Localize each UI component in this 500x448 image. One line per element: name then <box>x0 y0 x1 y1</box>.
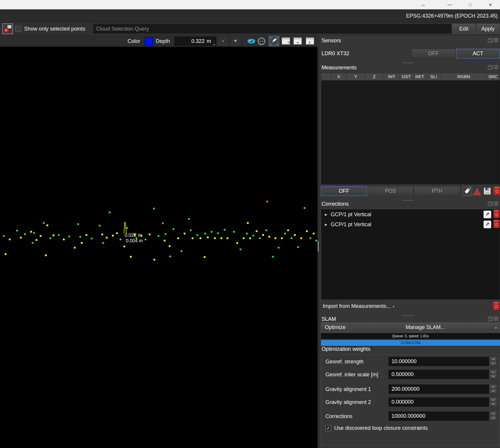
panel-close-icon[interactable] <box>494 202 498 205</box>
cloud-point <box>149 234 150 235</box>
spin-down-button[interactable]: ▼ <box>490 361 497 366</box>
mode-off-toggle[interactable]: OFF <box>321 186 367 196</box>
globe-icon[interactable] <box>257 37 265 46</box>
spinner: ▲▼ <box>490 357 497 366</box>
add-window-bottom-icon[interactable]: + <box>293 37 302 46</box>
panel-close-icon[interactable] <box>494 65 498 69</box>
delete-trash-icon[interactable] <box>494 211 499 218</box>
measurements-table-header: XYZINTDSTRETSLIRGBNSRC <box>321 73 500 80</box>
apply-button[interactable]: Apply <box>476 24 499 34</box>
cloud-point <box>265 229 267 231</box>
spin-up-button[interactable]: ▲ <box>490 412 497 416</box>
depth-increase-button[interactable]: + <box>231 36 240 46</box>
panel-close-icon[interactable] <box>494 317 498 321</box>
depth-value-field[interactable]: 0.322 m ▼ <box>174 36 216 46</box>
spin-down-button[interactable]: ▼ <box>490 374 497 379</box>
add-window-right-icon[interactable]: + <box>282 37 290 46</box>
delete-trash-icon[interactable] <box>494 221 499 228</box>
panel-float-icon[interactable] <box>489 38 493 42</box>
delete-trash-icon[interactable] <box>494 187 500 195</box>
spin-down-button[interactable]: ▼ <box>490 416 497 420</box>
weight-row: Georef. inlier scale [m]0.500000▲▼ <box>321 370 499 379</box>
mode-pth-toggle[interactable]: PTH <box>414 186 460 196</box>
show-only-selected-checkbox[interactable] <box>15 26 21 32</box>
panel-float-icon[interactable] <box>489 65 493 69</box>
right-panel: Sensors LDR0 XT32 OFF ACT Measurements X… <box>319 35 500 448</box>
mode-pos-toggle[interactable]: POS <box>368 186 413 196</box>
color-swatch[interactable] <box>145 37 153 45</box>
table-column-header[interactable]: INT <box>384 73 399 80</box>
import-label: Import from Measurements... <box>323 303 391 309</box>
spin-up-button[interactable]: ▲ <box>490 357 497 361</box>
table-column-header[interactable]: DST <box>399 73 413 80</box>
delete-trash-icon[interactable] <box>493 303 499 310</box>
table-column-header[interactable]: RGBN <box>441 73 486 80</box>
table-column-header[interactable]: Y <box>347 73 365 80</box>
maximize-button[interactable]: □ <box>466 0 475 9</box>
slam-title: SLAM <box>322 316 336 322</box>
open-external-icon[interactable]: ↗ <box>484 211 491 218</box>
expander-icon[interactable]: ▶ <box>325 219 327 229</box>
splitter-grip[interactable] <box>318 241 319 251</box>
drag-handle[interactable] <box>403 314 413 316</box>
viewport[interactable]: 0.022 m 0.004 m <box>0 47 317 448</box>
correction-label: GCP/1 pt Vertical <box>331 219 371 229</box>
correction-row[interactable]: ▶GCP/1 pt Vertical↗ <box>321 219 500 229</box>
open-external-icon[interactable]: ↗ <box>484 221 491 228</box>
cloud-point <box>99 225 101 226</box>
table-column-header[interactable]: Z <box>365 73 384 80</box>
table-column-header[interactable]: SLI <box>427 73 441 80</box>
close-window-icon[interactable]: x <box>306 37 315 46</box>
panel-float-icon[interactable] <box>489 202 493 205</box>
table-column-header[interactable]: RET <box>413 73 427 80</box>
tag-tool-button[interactable] <box>462 186 472 196</box>
spin-up-button[interactable]: ▲ <box>490 370 497 374</box>
cloud-point <box>112 235 114 236</box>
sensor-act-toggle[interactable]: ACT <box>456 49 500 58</box>
cloud-point <box>220 237 222 239</box>
clear-selection-button[interactable]: ✕ <box>2 24 13 34</box>
measurements-table-body[interactable] <box>321 80 500 184</box>
spin-down-button[interactable]: ▼ <box>490 402 497 406</box>
save-icon[interactable] <box>483 187 491 196</box>
spin-up-button[interactable]: ▲ <box>490 397 497 402</box>
weight-value-field[interactable]: 10000.000000 <box>389 412 489 421</box>
weight-value-field[interactable]: 200.000000 <box>389 385 489 394</box>
panel-float-icon[interactable] <box>489 317 493 321</box>
cloud-point <box>77 223 79 225</box>
lasso-select-tool-button[interactable] <box>269 36 279 46</box>
manage-slam-dropdown[interactable]: Manage SLAM... ▼ <box>351 323 500 332</box>
correction-row[interactable]: ▶GCP/1 pt Vertical↗ <box>321 209 500 219</box>
weight-value-field[interactable]: 0.000000 <box>389 397 489 407</box>
svg-text:x: x <box>309 40 311 44</box>
close-button[interactable]: × <box>486 0 495 9</box>
optimize-button[interactable]: Optimize <box>321 323 350 332</box>
weight-value-field[interactable]: 0.500000 <box>389 370 489 379</box>
spin-up-button[interactable]: ▲ <box>490 385 497 389</box>
visibility-eye-icon[interactable] <box>247 38 256 45</box>
spin-down-button[interactable]: ▼ <box>490 389 497 393</box>
show-only-selected-label: Show only selected points <box>24 22 85 35</box>
drag-handle[interactable] <box>403 62 413 63</box>
cloud-point <box>86 234 87 236</box>
depth-dropdown-icon[interactable]: ▼ <box>213 43 215 46</box>
loop-closure-checkbox[interactable]: ✓ <box>325 425 331 431</box>
cloud-selection-query-input[interactable] <box>93 24 451 33</box>
depth-decrease-button[interactable]: - <box>219 36 228 46</box>
marker-triangle-button[interactable] <box>473 187 481 195</box>
cloud-point <box>164 240 165 241</box>
drag-handle[interactable] <box>403 199 413 201</box>
cloud-point <box>184 233 185 234</box>
expander-icon[interactable]: ▶ <box>325 209 327 219</box>
corrections-list[interactable]: ▶GCP/1 pt Vertical↗▶GCP/1 pt Vertical↗ <box>321 209 500 300</box>
sensor-off-toggle[interactable]: OFF <box>411 49 456 58</box>
panel-close-icon[interactable] <box>494 38 498 42</box>
edit-button[interactable]: Edit <box>452 24 475 34</box>
table-column-header[interactable]: SRC <box>486 73 500 80</box>
cloud-point <box>313 233 315 234</box>
table-column-header[interactable] <box>321 73 331 80</box>
minimize-button[interactable]: — <box>445 0 454 9</box>
import-from-measurements-button[interactable]: Import from Measurements... ▼ <box>323 303 395 309</box>
weight-value-field[interactable]: 10.000000 <box>389 357 489 366</box>
table-column-header[interactable]: X <box>331 73 347 80</box>
